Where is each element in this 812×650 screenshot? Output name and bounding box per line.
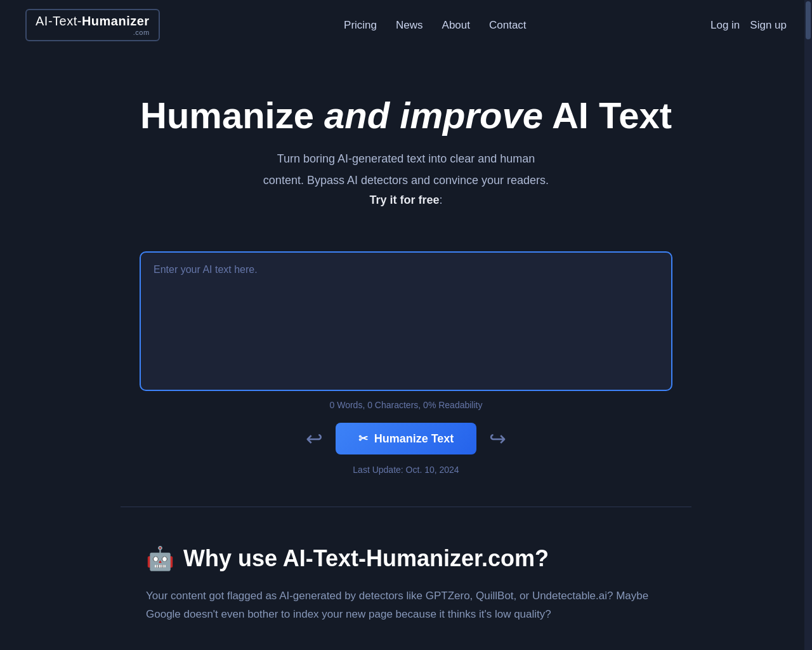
hero-section: Humanize and improve AI Text Turn boring… (0, 50, 812, 251)
nav-link-about[interactable]: About (442, 19, 470, 31)
heading-normal2: AI Text (543, 95, 672, 136)
login-button[interactable]: Log in (710, 19, 740, 32)
heading-normal1: Humanize (140, 95, 324, 136)
why-heading: 🤖 Why use AI-Text-Humanizer.com? (146, 545, 666, 572)
scrollbar[interactable] (804, 0, 812, 650)
nav-link-contact[interactable]: Contact (489, 19, 527, 31)
why-section: 🤖 Why use AI-Text-Humanizer.com? Your co… (121, 545, 691, 624)
section-divider (121, 507, 691, 507)
redo-arrow-icon[interactable]: ↪ (489, 427, 506, 451)
heading-italic: and improve (324, 95, 543, 136)
input-section: 0 Words, 0 Characters, 0% Readability ↩ … (127, 251, 685, 475)
signup-button[interactable]: Sign up (750, 19, 787, 32)
logo-text-bold: Humanizer (82, 14, 150, 28)
hero-heading: Humanize and improve AI Text (13, 95, 799, 137)
nav-link-pricing[interactable]: Pricing (344, 19, 377, 31)
nav-links: Pricing News About Contact (344, 19, 527, 32)
button-row: ↩ ✂ Humanize Text ↪ (140, 423, 672, 454)
humanize-button-label: Humanize Text (374, 432, 454, 446)
ai-text-input[interactable] (140, 251, 672, 391)
navigation: AI-Text-Humanizer .com Pricing News Abou… (0, 0, 812, 50)
nav-auth: Log in Sign up (710, 19, 787, 32)
wand-icon: ✂ (358, 432, 368, 446)
logo-text-ai: AI-Text- (36, 14, 82, 28)
hero-subtitle-line2: content. Bypass AI detectors and convinc… (13, 171, 799, 190)
humanize-button[interactable]: ✂ Humanize Text (336, 423, 477, 454)
robot-icon: 🤖 (146, 545, 174, 572)
why-heading-text: Why use AI-Text-Humanizer.com? (183, 545, 549, 572)
why-body-text: Your content got flagged as AI-generated… (146, 587, 666, 624)
nav-link-news[interactable]: News (396, 19, 423, 31)
scrollbar-thumb (806, 1, 811, 39)
logo-dotcom: .com (36, 29, 150, 36)
undo-arrow-icon[interactable]: ↩ (306, 427, 323, 451)
hero-cta-text: Try it for free: (13, 194, 799, 207)
stats-line: 0 Words, 0 Characters, 0% Readability (140, 400, 672, 410)
last-update-text: Last Update: Oct. 10, 2024 (140, 465, 672, 475)
logo[interactable]: AI-Text-Humanizer .com (25, 9, 160, 41)
hero-subtitle-line1: Turn boring AI-generated text into clear… (13, 150, 799, 168)
